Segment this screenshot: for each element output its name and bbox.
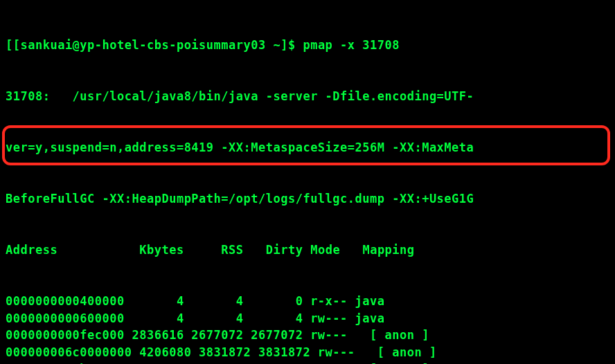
process-info-line-3: BeforeFullGC -XX:HeapDumpPath=/opt/logs/… [6, 190, 609, 208]
col-spacer [244, 243, 266, 257]
col-mapping: Mapping [362, 243, 414, 257]
table-header: Address Kbytes RSS Dirty Mode Mapping [6, 242, 609, 259]
table-body: 0000000000400000 4 4 0 r-x-- java0000000… [6, 293, 609, 364]
col-rss: RSS [221, 243, 243, 257]
shell-prompt-line: [[sankuai@yp-hotel-cbs-poisummary03 ~]$ … [6, 37, 609, 54]
command-text: pmap -x 31708 [303, 38, 400, 52]
col-address: Address [6, 243, 57, 257]
terminal-output: [[sankuai@yp-hotel-cbs-poisummary03 ~]$ … [0, 0, 615, 364]
shell-prompt: [[sankuai@yp-hotel-cbs-poisummary03 ~]$ [6, 38, 303, 52]
col-spacer [57, 243, 139, 257]
process-info-line-1: 31708: /usr/local/java8/bin/java -server… [6, 88, 609, 105]
col-spacer [340, 243, 362, 257]
table-row: 0000000000400000 4 4 0 r-x-- java [6, 293, 609, 310]
col-dirty: Dirty [266, 243, 303, 257]
col-spacer [303, 243, 310, 257]
table-row: 0000000000600000 4 4 4 rw--- java [6, 310, 609, 327]
col-spacer [184, 243, 222, 257]
table-row: 000000006c0000000 4206080 3831872 383187… [6, 344, 609, 361]
col-kbytes: Kbytes [139, 243, 184, 257]
table-row: 0000000000fec000 2836616 2677072 2677072… [6, 327, 609, 344]
table-row: 00000007c0b80000 1036800 0 0 ----- [ ano… [6, 361, 609, 364]
process-info-line-2: ver=y,suspend=n,address=8419 -XX:Metaspa… [6, 139, 609, 156]
col-mode: Mode [310, 243, 340, 257]
